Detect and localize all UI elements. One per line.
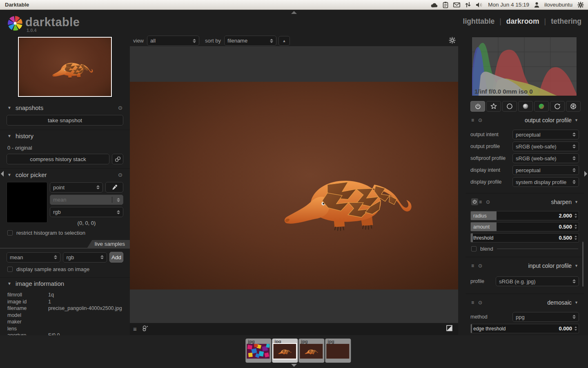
input-profile-select[interactable]: sRGB (e.g. jpg) xyxy=(496,276,579,286)
presets-icon[interactable]: ≡ xyxy=(471,300,474,305)
chevron-down-icon: ▼ xyxy=(575,264,578,268)
softproof-profile-select[interactable]: sRGB (web-safe) xyxy=(512,153,579,163)
spin-arrows-icon[interactable] xyxy=(575,236,577,240)
demosaic-method-select[interactable]: ppg xyxy=(512,312,579,322)
radius-slider[interactable]: radius 2.000 xyxy=(470,211,579,220)
amount-slider[interactable]: amount 0.500 xyxy=(470,222,579,231)
thumbnail-image-mosaic xyxy=(247,344,270,359)
output-color-profile-header[interactable]: ≡ ⊙ output color profile ▼ xyxy=(470,116,580,124)
sharpen-header[interactable]: ≡ ⊙ sharpen ▼ xyxy=(470,197,580,206)
tab-active-modules[interactable] xyxy=(470,101,485,112)
color-picker-section-header[interactable]: ▼ color picker ⊙ xyxy=(2,170,127,180)
reset-icon[interactable]: ⊙ xyxy=(478,300,482,305)
tab-effect-modules[interactable] xyxy=(566,101,581,112)
eyedropper-button[interactable] xyxy=(105,182,123,193)
input-color-profile-header[interactable]: ≡ ⊙ input color profile ▼ xyxy=(470,261,580,270)
tab-darkroom[interactable]: darkroom xyxy=(506,17,539,26)
compress-history-button[interactable]: compress history stack xyxy=(7,154,109,164)
blend-checkbox[interactable] xyxy=(471,246,477,251)
reset-icon[interactable]: ⊙ xyxy=(118,105,122,111)
display-intent-select[interactable]: perceptual xyxy=(512,165,579,175)
presets-icon[interactable]: ≡ xyxy=(471,117,474,123)
spin-arrows-icon[interactable] xyxy=(575,213,577,218)
session-gear-icon[interactable] xyxy=(577,2,584,8)
right-panel: 1/inf f/0.0 0mm iso 0 ≡ ⊙ outpu xyxy=(466,35,584,335)
sync-icon[interactable] xyxy=(465,2,471,8)
image-information-section-header[interactable]: ▼ image information xyxy=(2,278,127,288)
threshold-slider[interactable]: threshold 0.500 xyxy=(470,233,579,242)
snapshots-section-header[interactable]: ▼ snapshots ⊙ xyxy=(2,103,127,112)
presets-icon[interactable]: ≡ xyxy=(471,263,474,269)
filmstrip-thumbnail[interactable]: jpg xyxy=(298,339,324,363)
take-snapshot-button[interactable]: take snapshot xyxy=(7,115,123,126)
view-filter-select[interactable]: all xyxy=(147,36,199,46)
volume-icon[interactable] xyxy=(476,2,483,8)
display-samples-checkbox[interactable] xyxy=(7,267,13,272)
profile-row: profile sRGB (e.g. jpg) xyxy=(470,276,579,286)
gamut-check-icon[interactable] xyxy=(142,325,149,333)
tab-favorite-modules[interactable] xyxy=(486,101,501,112)
picker-space-select[interactable]: rgb xyxy=(50,207,123,217)
restrict-histogram-checkbox[interactable] xyxy=(7,230,13,236)
updown-caret-icon xyxy=(572,132,576,137)
filmstrip-thumbnail[interactable]: jpg xyxy=(245,339,271,363)
demosaic-title: demosaic xyxy=(547,299,572,306)
spin-arrows-icon[interactable] xyxy=(575,224,577,229)
clock[interactable]: Mon Jun 4 15:19 xyxy=(488,2,529,8)
tab-tethering[interactable]: tethering xyxy=(551,17,581,26)
sample-space-select[interactable]: rgb xyxy=(63,252,107,263)
updown-caret-icon xyxy=(572,156,576,160)
output-intent-select[interactable]: perceptual xyxy=(512,130,579,139)
navigation-thumbnail[interactable] xyxy=(18,37,112,97)
tab-basic-modules[interactable] xyxy=(502,101,517,112)
live-samples-tab[interactable]: live samples xyxy=(87,240,130,248)
tab-color-modules[interactable] xyxy=(534,101,549,112)
tab-correction-modules[interactable] xyxy=(550,101,565,112)
over-underexposure-icon[interactable] xyxy=(446,325,452,333)
updown-caret-icon xyxy=(117,198,120,202)
updown-caret-icon xyxy=(572,279,576,283)
tab-lighttable[interactable]: lighttable xyxy=(463,17,495,26)
history-section: 0 - original compress history stack xyxy=(0,141,130,169)
sort-select[interactable]: filename xyxy=(224,36,276,46)
reset-icon[interactable]: ⊙ xyxy=(486,199,490,205)
collapse-top-panel-arrow[interactable] xyxy=(291,11,297,14)
reset-icon[interactable]: ⊙ xyxy=(478,263,482,269)
image-information-title: image information xyxy=(16,280,64,287)
main-image[interactable] xyxy=(130,82,458,289)
output-profile-select[interactable]: sRGB (web-safe) xyxy=(512,141,579,151)
history-entry[interactable]: 0 - original xyxy=(7,145,122,151)
tab-tone-modules[interactable] xyxy=(518,101,533,112)
sample-stat-select[interactable]: mean xyxy=(7,252,60,263)
histogram[interactable]: 1/inf f/0.0 0mm iso 0 xyxy=(472,37,577,96)
preferences-gear-icon[interactable] xyxy=(449,37,456,45)
panel-menu-icon[interactable]: ≡ xyxy=(133,325,136,332)
cloud-icon[interactable] xyxy=(430,2,438,8)
spin-arrows-icon[interactable] xyxy=(575,326,577,331)
filmstrip-thumbnail-selected[interactable]: jpg xyxy=(272,339,298,363)
history-section-header[interactable]: ▼ history xyxy=(2,131,127,141)
collapse-bottom-panel-arrow[interactable] xyxy=(291,364,297,367)
demosaic-header[interactable]: ≡ ⊙ demosaic ▼ xyxy=(470,298,580,307)
username[interactable]: iloveubuntu xyxy=(544,2,572,8)
edge-threshold-slider[interactable]: edge threshold 0.000 xyxy=(470,324,579,333)
reset-icon[interactable]: ⊙ xyxy=(478,117,482,123)
mail-icon[interactable] xyxy=(453,2,460,7)
updown-caret-icon xyxy=(117,210,120,214)
reset-icon[interactable]: ⊙ xyxy=(118,172,122,178)
filmstrip: jpg jpg xyxy=(0,335,588,368)
darkroom-canvas[interactable] xyxy=(130,46,458,323)
display-profile-select[interactable]: system display profile xyxy=(512,177,579,187)
presets-icon[interactable]: ≡ xyxy=(479,199,482,205)
filmstrip-thumbnail[interactable]: jpg xyxy=(325,339,351,363)
create-style-button[interactable] xyxy=(112,154,123,164)
sort-direction-button[interactable]: ▲ xyxy=(278,36,290,46)
collapse-left-panel-arrow[interactable] xyxy=(1,171,4,177)
collapse-right-panel-arrow[interactable] xyxy=(584,171,587,177)
panel-scrollbar[interactable] xyxy=(582,242,584,287)
info-row: maker xyxy=(7,319,123,325)
module-power-icon[interactable] xyxy=(471,198,478,205)
clipboard-icon[interactable] xyxy=(443,2,448,8)
add-sample-button[interactable]: Add xyxy=(109,252,123,263)
picker-mode-select[interactable]: point xyxy=(50,182,103,193)
